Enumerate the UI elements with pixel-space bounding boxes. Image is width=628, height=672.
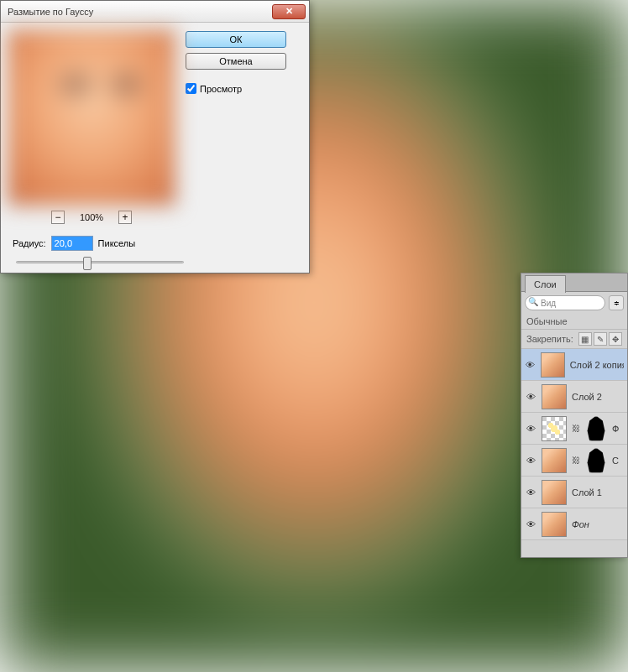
dialog-title: Размытие по Гауссу	[8, 7, 272, 17]
layer-mask-thumbnail[interactable]	[585, 416, 607, 441]
zoom-out-button[interactable]: −	[51, 211, 65, 224]
radius-slider[interactable]	[16, 256, 184, 268]
layer-item[interactable]: 👁⛓Ф	[521, 413, 627, 445]
layer-name[interactable]: Слой 2 копия	[570, 360, 624, 370]
layer-filter-search[interactable]: Вид	[525, 295, 605, 310]
preview-checkbox-label: Просмотр	[200, 84, 242, 94]
lock-pixels-icon[interactable]: ✎	[594, 332, 607, 346]
layer-thumbnail[interactable]	[542, 448, 567, 473]
layer-thumbnail[interactable]	[542, 384, 567, 409]
search-placeholder: Вид	[541, 299, 556, 308]
lock-position-icon[interactable]: ✥	[609, 332, 622, 346]
preview-image[interactable]	[8, 29, 175, 206]
panel-tabs: Слои	[521, 273, 627, 292]
visibility-toggle[interactable]: 👁	[525, 360, 536, 370]
visibility-toggle[interactable]: 👁	[525, 519, 536, 529]
visibility-toggle[interactable]: 👁	[525, 487, 536, 497]
radius-label: Радиус:	[13, 238, 46, 248]
lock-label: Закрепить:	[526, 334, 573, 344]
link-icon[interactable]: ⛓	[572, 424, 580, 433]
layer-thumbnail[interactable]	[541, 352, 564, 378]
layer-name[interactable]: Слой 1	[572, 487, 602, 497]
slider-thumb[interactable]	[83, 257, 92, 270]
layer-name[interactable]: С	[612, 456, 619, 466]
layer-thumbnail[interactable]	[542, 512, 567, 537]
dialog-titlebar[interactable]: Размытие по Гауссу ✕	[1, 1, 309, 23]
layers-tab[interactable]: Слои	[525, 275, 566, 293]
zoom-in-button[interactable]: +	[118, 211, 132, 224]
filter-dropdown[interactable]: ≑	[609, 295, 624, 310]
layers-panel: Слои Вид ≑ Обычные Закрепить: ▦ ✎ ✥ 👁Сло…	[521, 273, 628, 558]
visibility-toggle[interactable]: 👁	[525, 456, 536, 466]
preview-checkbox[interactable]	[186, 83, 196, 94]
cancel-button[interactable]: Отмена	[186, 53, 286, 70]
preview-checkbox-row[interactable]: Просмотр	[186, 83, 286, 94]
zoom-level: 100%	[80, 212, 103, 222]
layer-item[interactable]: 👁⛓С	[521, 445, 627, 477]
layer-thumbnail[interactable]	[542, 416, 567, 441]
layer-thumbnail[interactable]	[542, 480, 567, 505]
lock-transparency-icon[interactable]: ▦	[578, 332, 592, 346]
layer-item[interactable]: 👁Фон	[521, 508, 627, 540]
visibility-toggle[interactable]: 👁	[525, 392, 536, 402]
layer-item[interactable]: 👁Слой 1	[521, 477, 627, 508]
ok-button[interactable]: ОК	[186, 31, 286, 48]
close-button[interactable]: ✕	[272, 4, 306, 19]
layer-name[interactable]: Фон	[572, 519, 589, 529]
layer-name[interactable]: Слой 2	[572, 392, 602, 402]
layer-item[interactable]: 👁Слой 2	[521, 381, 627, 413]
layer-list: 👁Слой 2 копия👁Слой 2👁⛓Ф👁⛓С👁Слой 1👁Фон	[521, 349, 627, 540]
link-icon[interactable]: ⛓	[572, 456, 580, 465]
layer-name[interactable]: Ф	[612, 424, 619, 434]
visibility-toggle[interactable]: 👁	[525, 424, 536, 434]
layer-item[interactable]: 👁Слой 2 копия	[521, 349, 627, 381]
radius-unit: Пикселы	[98, 238, 136, 248]
blend-mode-select[interactable]: Обычные	[526, 316, 568, 326]
layer-mask-thumbnail[interactable]	[585, 448, 607, 473]
radius-input[interactable]	[51, 236, 93, 251]
gaussian-blur-dialog: Размытие по Гауссу ✕ − 100% + ОК Отмена …	[0, 0, 310, 273]
